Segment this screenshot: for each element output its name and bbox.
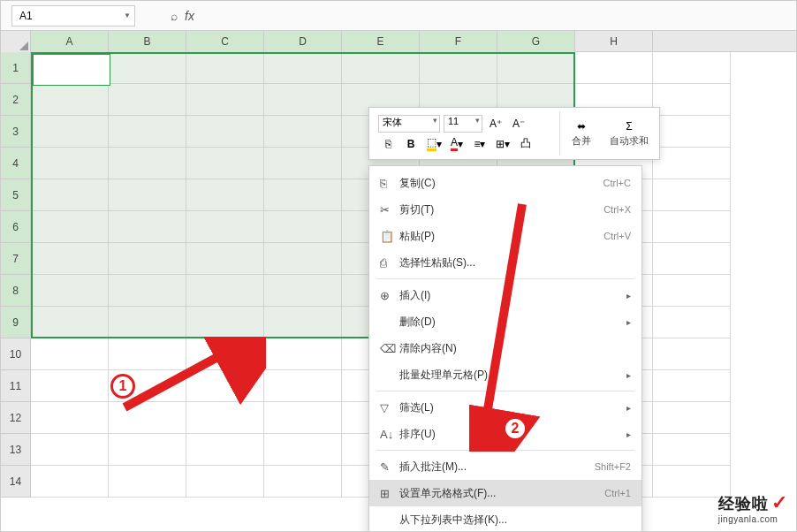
cell[interactable] [186, 307, 264, 338]
menu-filter[interactable]: ▽筛选(L)▸ [369, 394, 641, 421]
font-size-select[interactable]: 11 [444, 115, 482, 133]
row-header[interactable]: 7 [1, 243, 31, 275]
format-icon[interactable]: 凸 [516, 135, 535, 153]
cell[interactable] [109, 434, 186, 466]
row-header[interactable]: 6 [1, 211, 31, 243]
cell[interactable] [31, 52, 109, 84]
menu-paste-special[interactable]: ⎙选择性粘贴(S)... [369, 249, 641, 276]
col-header[interactable]: F [420, 31, 497, 52]
cell[interactable] [31, 338, 109, 370]
cell[interactable] [653, 434, 731, 466]
cell[interactable] [186, 116, 264, 148]
cell[interactable] [31, 466, 109, 498]
cell[interactable] [653, 211, 731, 243]
cell[interactable] [186, 179, 264, 211]
cell[interactable] [109, 211, 186, 243]
font-name-select[interactable]: 宋体 [378, 115, 440, 133]
cell[interactable] [31, 307, 109, 338]
cell[interactable] [109, 402, 186, 434]
menu-clear[interactable]: ⌫清除内容(N) [369, 335, 641, 361]
cell[interactable] [653, 402, 731, 434]
format-painter-icon[interactable]: ⎘ [378, 135, 398, 153]
cell[interactable] [653, 116, 731, 148]
menu-cut[interactable]: ✂剪切(T)Ctrl+X [369, 196, 641, 223]
row-header[interactable]: 3 [1, 116, 31, 148]
cell[interactable] [264, 243, 342, 275]
cell[interactable] [186, 211, 264, 243]
menu-format-cells[interactable]: ⊞设置单元格格式(F)...Ctrl+1 [369, 480, 641, 506]
cell[interactable] [31, 402, 109, 434]
col-header[interactable]: C [186, 31, 264, 52]
cell[interactable] [264, 275, 342, 307]
menu-copy[interactable]: ⎘复制(C)Ctrl+C [369, 170, 641, 196]
cell[interactable] [31, 370, 109, 402]
cell[interactable] [264, 402, 342, 434]
cell[interactable] [186, 466, 264, 498]
cell[interactable] [186, 434, 264, 466]
col-header[interactable]: A [31, 31, 109, 52]
row-header[interactable]: 12 [1, 402, 31, 434]
cell[interactable] [109, 179, 186, 211]
cell[interactable] [264, 434, 342, 466]
cell[interactable] [109, 148, 186, 179]
cell[interactable] [31, 275, 109, 307]
menu-insert[interactable]: ⊕插入(I)▸ [369, 282, 641, 308]
cell[interactable] [264, 370, 342, 402]
cell[interactable] [31, 116, 109, 148]
cell[interactable] [186, 370, 264, 402]
font-color-icon[interactable]: A▾ [447, 135, 467, 153]
chevron-down-icon[interactable]: ▼ [124, 11, 131, 19]
cell[interactable] [109, 243, 186, 275]
cell[interactable] [264, 466, 342, 498]
cell[interactable] [653, 275, 731, 307]
cell[interactable] [186, 338, 264, 370]
cell[interactable] [31, 84, 109, 116]
cell[interactable] [420, 52, 497, 84]
name-box[interactable]: A1 ▼ [11, 5, 135, 27]
bold-icon[interactable]: B [401, 135, 421, 153]
row-header[interactable]: 10 [1, 338, 31, 370]
col-header[interactable]: D [264, 31, 342, 52]
menu-delete[interactable]: 删除(D)▸ [369, 308, 641, 335]
increase-font-icon[interactable]: A⁺ [486, 115, 505, 133]
fx-icon[interactable]: fx [185, 9, 194, 23]
cell[interactable] [653, 52, 731, 84]
row-header[interactable]: 14 [1, 466, 31, 498]
cell[interactable] [109, 116, 186, 148]
select-all-corner[interactable] [1, 31, 31, 52]
cell[interactable] [264, 179, 342, 211]
cell[interactable] [575, 52, 653, 84]
merge-button[interactable]: ⬌ 合并 [560, 111, 603, 156]
row-header[interactable]: 11 [1, 370, 31, 402]
cell[interactable] [186, 148, 264, 179]
cell[interactable] [653, 370, 731, 402]
row-header[interactable]: 13 [1, 434, 31, 466]
row-header[interactable]: 5 [1, 179, 31, 211]
row-header[interactable]: 8 [1, 275, 31, 307]
cell[interactable] [31, 243, 109, 275]
cell[interactable] [109, 275, 186, 307]
row-header[interactable]: 4 [1, 148, 31, 179]
decrease-font-icon[interactable]: A⁻ [509, 115, 528, 133]
col-header[interactable]: G [497, 31, 575, 52]
cell[interactable] [186, 84, 264, 116]
col-header[interactable]: E [342, 31, 420, 52]
cell[interactable] [653, 179, 731, 211]
fill-color-icon[interactable]: ⬚▾ [424, 135, 444, 153]
cell[interactable] [264, 307, 342, 338]
cell[interactable] [264, 116, 342, 148]
cell[interactable] [186, 52, 264, 84]
cell[interactable] [31, 211, 109, 243]
align-icon[interactable]: ≡▾ [470, 135, 490, 153]
cell[interactable] [342, 52, 420, 84]
cell[interactable] [264, 211, 342, 243]
search-icon[interactable]: ⌕ [171, 9, 178, 23]
cell[interactable] [264, 338, 342, 370]
menu-batch[interactable]: 批量处理单元格(P)▸ [369, 361, 641, 388]
cell[interactable] [109, 84, 186, 116]
autosum-button[interactable]: Σ 自动求和 [603, 111, 656, 156]
cell[interactable] [186, 243, 264, 275]
cell[interactable] [31, 148, 109, 179]
cell[interactable] [109, 466, 186, 498]
cell[interactable] [109, 307, 186, 338]
